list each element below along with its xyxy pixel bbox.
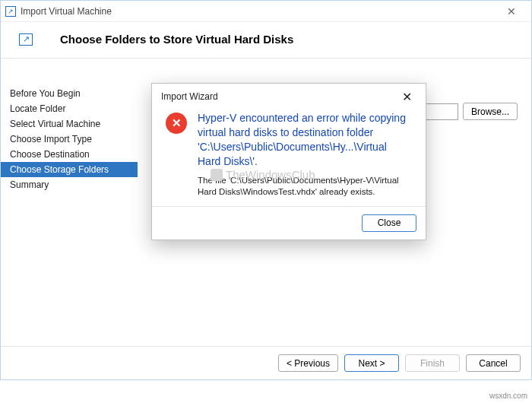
dialog-titlebar: Import Wizard ✕	[152, 84, 426, 109]
sidebar-item-destination[interactable]: Choose Destination	[1, 147, 138, 162]
dialog-headline: Hyper-V encountered an error while copyi…	[198, 111, 412, 169]
dialog-close-icon[interactable]: ✕	[397, 88, 416, 106]
wizard-footer: < Previous Next > Finish Cancel	[1, 346, 531, 379]
sidebar-item-select-vm[interactable]: Select Virtual Machine	[1, 116, 138, 132]
sidebar-item-before-you-begin[interactable]: Before You Begin	[1, 86, 138, 101]
dialog-body: ✕ Hyper-V encountered an error while cop…	[152, 109, 426, 206]
import-vm-window: ↗ Import Virtual Machine ✕ ↗ Choose Fold…	[0, 0, 532, 380]
sidebar-item-storage-folders[interactable]: Choose Storage Folders	[1, 162, 138, 177]
titlebar: ↗ Import Virtual Machine ✕	[1, 1, 531, 22]
page-title: Choose Folders to Store Virtual Hard Dis…	[60, 33, 293, 46]
sidebar-item-import-type[interactable]: Choose Import Type	[1, 132, 138, 147]
wizard-header-icon: ↗	[19, 33, 33, 46]
sidebar-item-locate-folder[interactable]: Locate Folder	[1, 101, 138, 116]
error-icon: ✕	[166, 113, 187, 134]
source-credit: wsxdn.com	[489, 392, 527, 400]
next-button[interactable]: Next >	[344, 354, 399, 372]
error-dialog: Import Wizard ✕ ✕ Hyper-V encountered an…	[151, 83, 426, 240]
wizard-sidebar: Before You Begin Locate Folder Select Vi…	[1, 77, 138, 346]
dialog-footer: Close	[152, 206, 426, 240]
window-title: Import Virtual Machine	[21, 6, 496, 17]
wizard-header: ↗ Choose Folders to Store Virtual Hard D…	[1, 22, 531, 59]
finish-button: Finish	[405, 354, 460, 372]
dialog-title: Import Wizard	[161, 91, 397, 102]
window-close-button[interactable]: ✕	[496, 1, 527, 21]
app-icon: ↗	[5, 6, 16, 17]
sidebar-item-summary[interactable]: Summary	[1, 177, 138, 192]
cancel-button[interactable]: Cancel	[466, 354, 521, 372]
dialog-detail: The file 'C:\Users\Public\Documents\Hype…	[198, 175, 412, 198]
previous-button[interactable]: < Previous	[278, 354, 338, 372]
dialog-message: Hyper-V encountered an error while copyi…	[198, 111, 412, 198]
dialog-close-button[interactable]: Close	[362, 214, 416, 232]
browse-button[interactable]: Browse...	[463, 103, 518, 120]
